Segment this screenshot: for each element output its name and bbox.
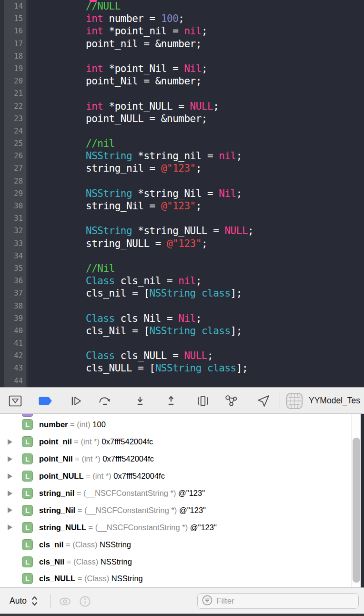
line-number[interactable]: 34: [0, 250, 28, 262]
line-number[interactable]: 15: [0, 12, 28, 25]
line-number[interactable]: 28: [0, 175, 28, 187]
variable-row[interactable]: Lcls_nil = (Class) NSString: [0, 536, 351, 553]
continue-icon[interactable]: [68, 392, 85, 410]
line-number[interactable]: 18: [0, 50, 28, 62]
line-number[interactable]: 27: [0, 162, 28, 175]
line-number[interactable]: 29: [0, 187, 28, 200]
code-line[interactable]: 14//NULL: [0, 0, 364, 12]
scrollbar-thumb[interactable]: [353, 438, 360, 583]
code-line[interactable]: 41: [0, 337, 364, 349]
line-number[interactable]: 32: [0, 225, 28, 237]
code-line[interactable]: 38: [0, 300, 364, 312]
code-line[interactable]: 44: [0, 375, 364, 387]
variable-row[interactable]: Lpoint_NULL = (int *) 0x7fff542004fc: [0, 468, 351, 485]
line-number[interactable]: 39: [0, 312, 28, 325]
line-number[interactable]: 31: [0, 212, 28, 225]
debug-memory-graph-icon[interactable]: [223, 392, 240, 410]
variable-row[interactable]: Lpoint_Nil = (int *) 0x7fff542004fc: [0, 451, 351, 468]
code-line[interactable]: 20point_Nil = &number;: [0, 75, 364, 87]
disclosure-triangle-icon[interactable]: [8, 507, 12, 513]
code-line[interactable]: 31: [0, 212, 364, 225]
line-number[interactable]: 17: [0, 38, 28, 50]
code-line[interactable]: 16int *point_nil = nil;: [0, 25, 364, 37]
variable-row[interactable]: Lstring_NULL = (__NSCFConstantString *) …: [0, 519, 351, 536]
code-line[interactable]: 21: [0, 87, 364, 100]
code-line[interactable]: 39Class cls_Nil = Nil;: [0, 312, 364, 325]
line-number[interactable]: 19: [0, 62, 28, 75]
scrollbar-track[interactable]: [351, 414, 361, 587]
line-number[interactable]: 30: [0, 200, 28, 212]
source-editor[interactable]: 14//NULL15int number = 100;16int *point_…: [0, 0, 364, 387]
code-line[interactable]: 34: [0, 250, 364, 262]
line-number[interactable]: 14: [0, 0, 28, 12]
variable-row[interactable]: Lstring_Nil = (__NSCFConstantString *) @…: [0, 502, 351, 519]
code-line[interactable]: 43cls_NULL = [NSString class];: [0, 362, 364, 374]
line-number[interactable]: 26: [0, 150, 28, 162]
line-number[interactable]: 33: [0, 237, 28, 250]
line-number[interactable]: 24: [0, 125, 28, 137]
line-number[interactable]: 23: [0, 113, 28, 125]
step-over-icon[interactable]: [96, 392, 113, 410]
line-number[interactable]: 20: [0, 75, 28, 87]
code-line[interactable]: 15int number = 100;: [0, 12, 364, 25]
code-line[interactable]: 24: [0, 125, 364, 137]
code-line[interactable]: 25//nil: [0, 137, 364, 150]
variable-row[interactable]: Lnumber = (int) 100: [0, 416, 351, 433]
debug-view-hierarchy-icon[interactable]: [194, 392, 212, 410]
code-line[interactable]: 22int *point_NULL = NULL;: [0, 100, 364, 113]
disclosure-triangle-icon[interactable]: [8, 491, 12, 496]
line-number[interactable]: 37: [0, 287, 28, 299]
show-variables-eye-icon[interactable]: [58, 595, 71, 608]
code-line[interactable]: 26NSString *string_nil = nil;: [0, 150, 364, 162]
code-line[interactable]: 33string_NULL = @"123";: [0, 237, 364, 250]
simulate-location-icon[interactable]: [255, 392, 272, 410]
line-number[interactable]: 25: [0, 137, 28, 150]
code-line[interactable]: 30string_Nil = @"123";: [0, 200, 364, 212]
code-line[interactable]: 17point_nil = &number;: [0, 38, 364, 50]
line-number[interactable]: 36: [0, 275, 28, 287]
line-number[interactable]: 40: [0, 325, 28, 337]
line-number[interactable]: 43: [0, 362, 28, 374]
variables-view[interactable]: Lnumber = (int) 100Lpoint_nil = (int *) …: [0, 414, 364, 587]
filter-input[interactable]: [216, 596, 354, 606]
code-line[interactable]: 27string_nil = @"123";: [0, 162, 364, 175]
filter-field[interactable]: [197, 593, 359, 609]
code-line[interactable]: 28: [0, 175, 364, 187]
code-line[interactable]: 35//Nil: [0, 262, 364, 275]
code-line[interactable]: 23point_NULL = &number;: [0, 113, 364, 125]
disclosure-triangle-icon[interactable]: [8, 524, 12, 530]
line-number[interactable]: 38: [0, 300, 28, 312]
disclosure-triangle-icon[interactable]: [8, 473, 12, 479]
code-line[interactable]: 19int *point_Nil = Nil;: [0, 62, 364, 75]
line-number[interactable]: 35: [0, 262, 28, 275]
disclosure-triangle-icon[interactable]: [8, 439, 12, 445]
process-app-icon[interactable]: [284, 391, 304, 411]
variable-row[interactable]: Lstring_nil = (__NSCFConstantString *) @…: [0, 485, 351, 502]
variable-val: @"123": [176, 489, 205, 498]
code-line[interactable]: 36Class cls_nil = nil;: [0, 275, 364, 287]
disclosure-triangle-icon[interactable]: [8, 456, 12, 462]
scope-selector[interactable]: Auto: [10, 588, 39, 614]
code-line[interactable]: 32NSString *string_NULL = NULL;: [0, 225, 364, 237]
variable-row[interactable]: Lcls_NULL = (Class) NSString: [0, 570, 351, 587]
variable-row[interactable]: Lcls_Nil = (Class) NSString: [0, 553, 351, 570]
quick-look-info-icon[interactable]: [78, 595, 91, 608]
breakpoints-icon[interactable]: [38, 392, 55, 410]
line-number[interactable]: 42: [0, 349, 28, 362]
step-into-icon[interactable]: [131, 392, 149, 410]
line-number[interactable]: 44: [0, 375, 28, 387]
code-line[interactable]: 29NSString *string_Nil = Nil;: [0, 187, 364, 200]
line-number[interactable]: 41: [0, 337, 28, 349]
line-number[interactable]: 21: [0, 87, 28, 100]
line-number[interactable]: 16: [0, 25, 28, 37]
hide-debug-area-icon[interactable]: [7, 392, 24, 410]
code-line[interactable]: 37cls_nil = [NSString class];: [0, 287, 364, 299]
code-line[interactable]: 40cls_Nil = [NSString class];: [0, 325, 364, 337]
code-line[interactable]: 42Class cls_NULL = NULL;: [0, 349, 364, 362]
variable-row[interactable]: Lpoint_nil = (int *) 0x7fff542004fc: [0, 433, 351, 451]
scope-label: Auto: [10, 596, 27, 606]
line-number[interactable]: 22: [0, 100, 28, 113]
step-out-icon[interactable]: [162, 392, 180, 410]
code-line[interactable]: 18: [0, 50, 364, 62]
process-name-label[interactable]: YYModel_Tes: [309, 388, 360, 413]
